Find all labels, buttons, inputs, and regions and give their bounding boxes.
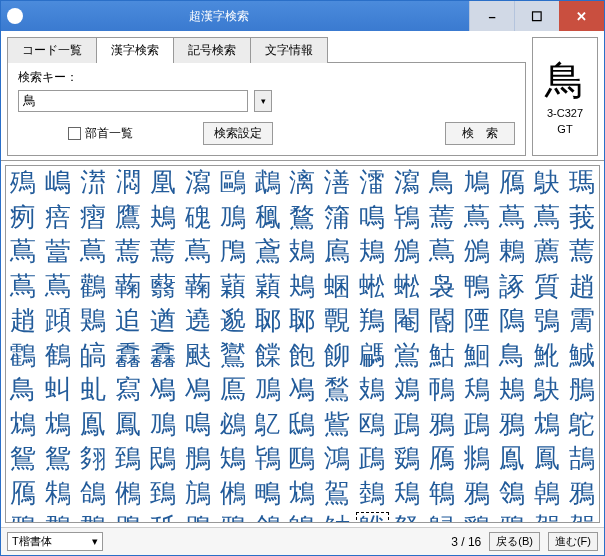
grid-cell[interactable]: 鴙 [215, 442, 250, 477]
grid-cell[interactable]: 郰 [285, 304, 320, 339]
grid-cell[interactable]: 鳯 [76, 408, 111, 443]
grid-cell[interactable]: 鳩 [459, 166, 494, 201]
grid-cell[interactable]: 鴖 [146, 442, 181, 477]
grid-cell[interactable]: 鴿 [76, 477, 111, 512]
grid-cell[interactable]: 鴨 [459, 270, 494, 305]
close-button[interactable]: ✕ [559, 1, 604, 31]
grid-cell[interactable]: 䚓 [320, 304, 355, 339]
grid-cell[interactable]: 鴊 [390, 408, 425, 443]
grid-cell[interactable]: 隝 [494, 304, 529, 339]
grid-cell[interactable]: 鳳 [111, 408, 146, 443]
grid-cell[interactable]: 鴂 [146, 201, 181, 236]
grid-cell[interactable]: 蹞 [41, 304, 76, 339]
grid-cell[interactable]: 蔦 [529, 201, 564, 236]
grid-cell[interactable]: 蔦 [6, 235, 41, 270]
font-selector[interactable]: T楷書体 ▾ [7, 532, 103, 551]
grid-cell[interactable]: 鶇 [494, 235, 529, 270]
grid-cell[interactable]: 蔦 [6, 270, 41, 305]
grid-cell[interactable]: 鴁 [390, 477, 425, 512]
grid-cell[interactable]: 䈬 [320, 201, 355, 236]
search-button[interactable]: 検 索 [445, 122, 515, 145]
grid-cell[interactable]: 凰 [146, 166, 181, 201]
grid-cell[interactable]: 鳷 [355, 373, 390, 408]
grid-cell[interactable]: 陻 [459, 304, 494, 339]
grid-cell[interactable]: 鴶 [564, 442, 599, 477]
grid-cell[interactable]: 鸑 [215, 339, 250, 374]
grid-cell[interactable]: 鳾 [425, 373, 460, 408]
grid-cell[interactable]: 㵢 [355, 166, 390, 201]
grid-cell[interactable]: 䔰 [41, 235, 76, 270]
back-button[interactable]: 戻る(B) [489, 532, 540, 551]
grid-cell[interactable]: 鴉 [459, 477, 494, 512]
grid-cell[interactable]: 袅 [425, 270, 460, 305]
grid-cell[interactable]: 瑪 [564, 166, 599, 201]
forward-button[interactable]: 進む(F) [548, 532, 598, 551]
grid-cell[interactable]: 蘔 [250, 270, 285, 305]
grid-cell[interactable]: 鶖 [320, 373, 355, 408]
radical-list-checkbox[interactable] [68, 127, 81, 140]
grid-cell[interactable]: 鳶 [250, 235, 285, 270]
search-dropdown-button[interactable]: ▾ [254, 90, 272, 112]
grid-cell[interactable]: 鴃 [529, 166, 564, 201]
grid-cell[interactable]: 鳲 [180, 511, 215, 523]
grid-cell[interactable]: 瀉 [180, 166, 215, 201]
grid-cell[interactable]: 鳰 [146, 373, 181, 408]
grid-cell[interactable]: 鴂 [494, 373, 529, 408]
grid-cell[interactable]: 鶴 [41, 339, 76, 374]
grid-cell[interactable]: 蜙 [355, 270, 390, 305]
grid-cell[interactable]: 蔦 [180, 235, 215, 270]
grid-cell[interactable]: 鳭 [215, 201, 250, 236]
grid-cell[interactable]: 魤 [529, 339, 564, 374]
grid-cell[interactable]: 鳴 [180, 408, 215, 443]
grid-cell[interactable]: 鴑 [390, 511, 425, 523]
grid-cell[interactable]: 嶋 [41, 166, 76, 201]
grid-cell[interactable]: 飹 [320, 339, 355, 374]
grid-cell[interactable]: 寫 [111, 373, 146, 408]
grid-cell[interactable]: 蔫 [111, 235, 146, 270]
grid-cell[interactable]: 鳲 [215, 235, 250, 270]
grid-cell[interactable]: 鳥 [425, 166, 460, 201]
tab-code-list[interactable]: コード一覧 [7, 37, 97, 63]
grid-cell[interactable]: 馫 [111, 339, 146, 374]
grid-cell[interactable]: 鵦 [425, 511, 460, 523]
grid-cell[interactable]: 㿇 [76, 201, 111, 236]
grid-cell[interactable]: 鴵 [459, 442, 494, 477]
grid-cell[interactable]: 鴛 [41, 442, 76, 477]
grid-cell[interactable]: 鴈 [6, 477, 41, 512]
grid-cell[interactable]: 鴎 [355, 408, 390, 443]
grid-cell[interactable]: 㵍 [111, 166, 146, 201]
grid-cell[interactable]: 瀉 [390, 166, 425, 201]
grid-cell[interactable]: 飽 [285, 339, 320, 374]
grid-cell[interactable]: 鵱 [355, 477, 390, 512]
grid-cell[interactable]: 鳦 [250, 408, 285, 443]
grid-cell[interactable]: 鴛 [6, 442, 41, 477]
grid-cell[interactable]: 趙 [6, 304, 41, 339]
grid-cell[interactable]: 蔦 [494, 201, 529, 236]
grid-cell[interactable]: 鴃 [529, 373, 564, 408]
grid-cell[interactable]: 鮕 [425, 339, 460, 374]
grid-cell[interactable]: 鴒 [494, 477, 529, 512]
grid-cell[interactable]: 鷗 [215, 166, 250, 201]
grid-cell[interactable]: 蔦 [425, 235, 460, 270]
grid-cell[interactable]: 鴇 [390, 201, 425, 236]
grid-cell[interactable]: 鴉 [564, 477, 599, 512]
tab-char-info[interactable]: 文字情報 [250, 37, 328, 63]
grid-cell[interactable]: 㵁 [76, 166, 111, 201]
grid-cell[interactable]: 鵎 [459, 511, 494, 523]
grid-cell[interactable]: 蜠 [320, 270, 355, 305]
grid-cell[interactable]: 蔦 [41, 270, 76, 305]
grid-cell[interactable]: 鴏 [355, 511, 390, 523]
grid-cell[interactable]: 皜 [76, 339, 111, 374]
grid-cell[interactable]: 鳳 [529, 442, 564, 477]
grid-cell[interactable]: 鴕 [564, 408, 599, 443]
grid-cell[interactable]: 鴅 [564, 373, 599, 408]
grid-cell[interactable]: 鳲 [111, 511, 146, 523]
grid-cell[interactable]: 虬 [76, 373, 111, 408]
grid-cell[interactable]: 鵂 [111, 477, 146, 512]
grid-cell[interactable]: 磈 [180, 201, 215, 236]
grid-cell[interactable]: 鳻 [390, 235, 425, 270]
grid-cell[interactable]: 蔦 [76, 235, 111, 270]
grid-cell[interactable]: 㾐 [6, 201, 41, 236]
grid-cell[interactable]: 鴄 [285, 442, 320, 477]
grid-cell[interactable]: 鵄 [111, 442, 146, 477]
